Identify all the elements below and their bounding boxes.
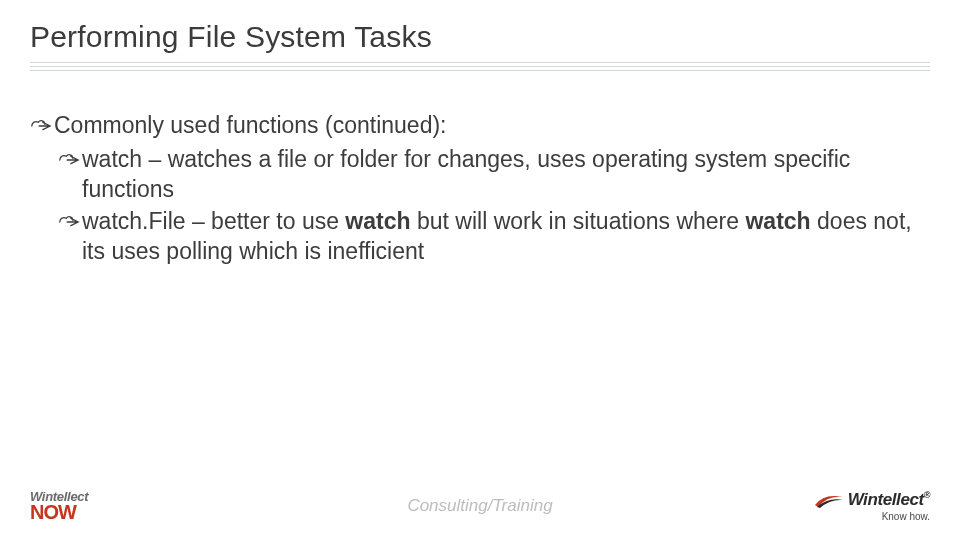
logo-wintellect-now: Wintellect NOW <box>30 491 88 521</box>
footer-center-text: Consulting/Training <box>407 496 552 516</box>
slide-title: Performing File System Tasks <box>30 20 930 54</box>
logo-text-bottom: NOW <box>30 503 88 521</box>
bullet-level1: Commonly used functions (continued): <box>30 111 930 141</box>
slide: Performing File System Tasks Commonly us… <box>0 0 960 540</box>
logo-wintellect: Wintellect® Know how. <box>814 490 930 522</box>
bullet-icon <box>58 213 80 231</box>
bullet-text: watch.File – better to use watch but wil… <box>82 208 912 264</box>
title-underline <box>30 62 930 71</box>
bullet-icon <box>30 117 52 135</box>
bullet-text: Commonly used functions (continued): <box>54 112 446 138</box>
bullet-level2: watch – watches a file or folder for cha… <box>30 145 930 205</box>
logo-tagline: Know how. <box>882 511 930 522</box>
swoosh-icon <box>814 491 844 509</box>
logo-brand-text: Wintellect® <box>848 490 930 510</box>
bullet-level2: watch.File – better to use watch but wil… <box>30 207 930 267</box>
bullet-text: watch – watches a file or folder for cha… <box>82 146 850 202</box>
bullet-icon <box>58 151 80 169</box>
footer: Wintellect NOW Consulting/Training Winte… <box>0 484 960 528</box>
content-area: Commonly used functions (continued): wat… <box>30 111 930 266</box>
